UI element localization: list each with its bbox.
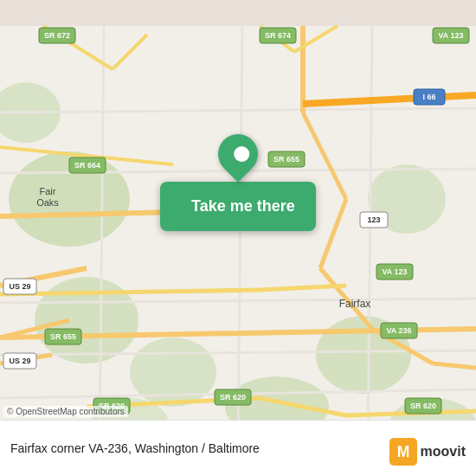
osm-copyright: © OpenStreetMap contributors — [3, 406, 128, 417]
bottom-info: Fairfax corner VA-236, Washington / Balt… — [10, 441, 260, 455]
bottom-bar: Fairfax corner VA-236, Washington / Balt… — [0, 420, 476, 476]
svg-text:SR 655: SR 655 — [273, 155, 299, 164]
location-text: Fairfax corner VA-236, Washington / Balt… — [10, 441, 260, 455]
svg-text:VA 236: VA 236 — [386, 326, 411, 335]
svg-text:SR 672: SR 672 — [44, 31, 70, 40]
svg-text:SR 655: SR 655 — [50, 332, 76, 341]
svg-point-2 — [35, 277, 138, 363]
svg-text:Fairfax: Fairfax — [339, 298, 371, 310]
svg-text:SR 620: SR 620 — [220, 393, 246, 402]
svg-text:Fair: Fair — [40, 186, 56, 196]
moovit-icon-svg: M — [389, 438, 417, 466]
svg-text:SR 664: SR 664 — [74, 161, 100, 170]
svg-text:VA 123: VA 123 — [438, 31, 463, 40]
moovit-logo: M moovit — [389, 438, 466, 466]
map-container: SR 672 SR 674 VA 123 SR 664 SR 655 I 66 … — [0, 0, 476, 476]
svg-text:M: M — [396, 443, 409, 460]
svg-text:Oaks: Oaks — [36, 197, 59, 208]
take-me-there-button[interactable]: Take me there — [160, 182, 316, 231]
location-pin — [218, 134, 258, 174]
moovit-logo-text: moovit — [421, 444, 466, 460]
svg-text:SR 620: SR 620 — [410, 402, 436, 410]
svg-text:US 29: US 29 — [9, 357, 30, 365]
svg-text:I 66: I 66 — [422, 93, 435, 101]
map-svg: SR 672 SR 674 VA 123 SR 664 SR 655 I 66 … — [0, 0, 476, 476]
svg-text:123: 123 — [367, 215, 380, 224]
svg-text:SR 674: SR 674 — [265, 31, 291, 40]
svg-text:US 29: US 29 — [9, 282, 30, 291]
svg-text:VA 123: VA 123 — [382, 267, 407, 276]
